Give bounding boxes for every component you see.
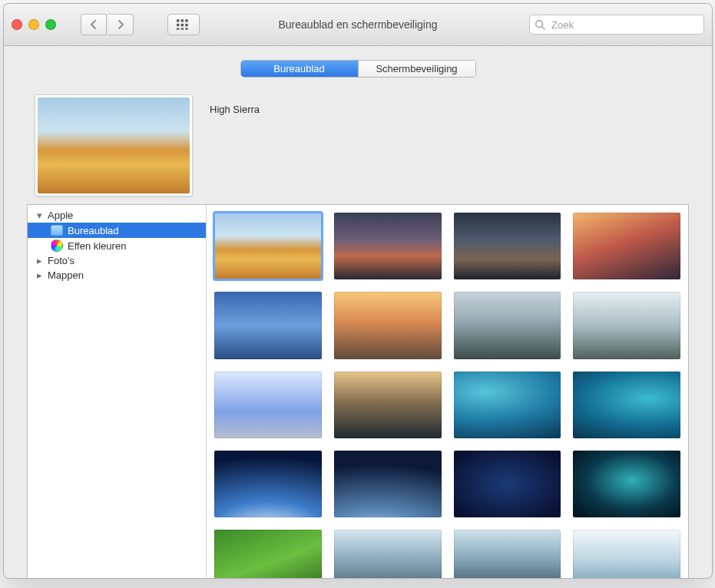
wallpaper-grid-scroll[interactable] xyxy=(207,205,688,579)
wallpaper-thumb[interactable] xyxy=(334,213,442,279)
wallpaper-grid xyxy=(214,213,680,579)
svg-rect-2 xyxy=(185,19,187,21)
source-tree: ▾ Apple Bureaublad Effen kleuren xyxy=(28,205,206,286)
tree-label: Foto's xyxy=(48,255,74,266)
wallpaper-thumb[interactable] xyxy=(214,530,322,579)
disclosure-triangle-icon: ▸ xyxy=(35,255,43,266)
tree-node-solid-colors[interactable]: Effen kleuren xyxy=(28,238,206,253)
svg-rect-7 xyxy=(181,28,184,30)
wallpaper-thumb[interactable] xyxy=(454,530,561,579)
chevron-right-icon xyxy=(116,20,125,29)
svg-rect-3 xyxy=(177,24,179,26)
tree-label: Mappen xyxy=(48,269,84,281)
chevron-left-icon xyxy=(89,20,98,29)
disclosure-triangle-icon: ▸ xyxy=(35,269,43,281)
current-wallpaper-thumb[interactable] xyxy=(35,94,193,197)
wallpaper-thumb[interactable] xyxy=(454,292,561,358)
nav-buttons xyxy=(81,14,134,35)
folder-icon xyxy=(51,224,63,236)
tree-node-photos[interactable]: ▸ Foto's xyxy=(28,253,206,268)
close-window-button[interactable] xyxy=(12,19,22,30)
svg-rect-1 xyxy=(181,19,184,21)
wallpaper-thumb[interactable] xyxy=(334,451,442,517)
svg-rect-5 xyxy=(185,24,187,26)
wallpaper-thumb[interactable] xyxy=(573,530,680,579)
search-field[interactable] xyxy=(529,15,704,35)
wallpaper-thumb[interactable] xyxy=(573,213,680,279)
current-wallpaper: High Sierra xyxy=(35,94,689,197)
search-input[interactable] xyxy=(550,18,699,31)
wallpaper-image xyxy=(38,97,190,193)
tree-label: Effen kleuren xyxy=(68,240,126,252)
show-all-prefs-button[interactable] xyxy=(167,14,200,35)
tab-bar: Bureaublad Schermbeveiliging xyxy=(27,60,689,78)
color-wheel-icon xyxy=(51,239,63,252)
back-button[interactable] xyxy=(81,14,107,35)
wallpaper-thumb[interactable] xyxy=(573,372,680,438)
wallpaper-thumb[interactable] xyxy=(454,451,561,517)
forward-button[interactable] xyxy=(108,14,134,35)
wallpaper-thumb[interactable] xyxy=(454,213,561,279)
titlebar: Bureaublad en schermbeveiliging xyxy=(4,4,712,46)
source-split: ▾ Apple Bureaublad Effen kleuren xyxy=(27,204,689,579)
svg-rect-4 xyxy=(181,24,184,26)
tab-screensaver[interactable]: Schermbeveiliging xyxy=(359,61,475,77)
zoom-window-button[interactable] xyxy=(45,19,56,30)
wallpaper-thumb[interactable] xyxy=(214,213,322,279)
source-sidebar[interactable]: ▾ Apple Bureaublad Effen kleuren xyxy=(28,205,207,579)
wallpaper-thumb[interactable] xyxy=(334,372,442,438)
wallpaper-thumb[interactable] xyxy=(573,292,680,358)
wallpaper-thumb[interactable] xyxy=(334,530,442,579)
tree-node-folders[interactable]: ▸ Mappen xyxy=(28,268,206,282)
segmented-control: Bureaublad Schermbeveiliging xyxy=(240,60,476,78)
svg-rect-6 xyxy=(177,28,179,30)
grid-icon xyxy=(177,19,190,30)
tree-label: Apple xyxy=(48,210,73,221)
wallpaper-thumb[interactable] xyxy=(573,451,680,517)
wallpaper-thumb[interactable] xyxy=(214,292,322,358)
svg-rect-0 xyxy=(177,19,179,21)
search-icon xyxy=(535,19,545,30)
wallpaper-thumb[interactable] xyxy=(214,372,322,438)
svg-rect-8 xyxy=(185,28,187,30)
prefs-window: Bureaublad en schermbeveiliging Bureaubl… xyxy=(3,3,713,579)
content: Bureaublad Schermbeveiliging High Sierra… xyxy=(4,46,712,579)
tab-desktop[interactable]: Bureaublad xyxy=(241,61,359,77)
tree-node-desktop-pictures[interactable]: Bureaublad xyxy=(28,223,206,238)
minimize-window-button[interactable] xyxy=(28,19,39,30)
current-wallpaper-name: High Sierra xyxy=(210,104,260,115)
disclosure-triangle-icon: ▾ xyxy=(35,210,43,221)
tree-node-apple[interactable]: ▾ Apple xyxy=(28,208,206,223)
window-controls xyxy=(12,19,56,30)
svg-line-10 xyxy=(542,27,545,30)
tree-label: Bureaublad xyxy=(68,225,119,236)
wallpaper-thumb[interactable] xyxy=(454,372,561,438)
wallpaper-thumb[interactable] xyxy=(214,451,322,517)
wallpaper-thumb[interactable] xyxy=(334,292,442,358)
